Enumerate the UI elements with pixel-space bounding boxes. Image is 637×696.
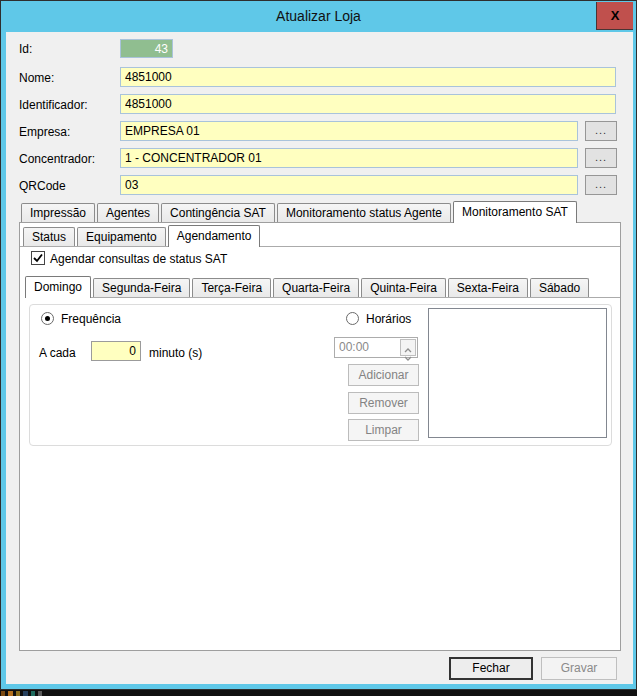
tab-monitoramento-sat[interactable]: Monitoramento SAT bbox=[453, 201, 577, 223]
gravar-button[interactable]: Gravar bbox=[541, 657, 617, 680]
empresa-input[interactable] bbox=[120, 121, 578, 141]
check-icon bbox=[33, 253, 43, 263]
spin-up-icon[interactable] bbox=[401, 340, 415, 347]
concentrador-browse-button[interactable]: ... bbox=[585, 148, 617, 168]
tab-segunda-feira[interactable]: Segunda-Feira bbox=[93, 278, 190, 297]
minutes-input[interactable] bbox=[91, 341, 141, 361]
time-spinner[interactable]: 00:00 bbox=[334, 337, 418, 358]
window-title: Atualizar Loja bbox=[276, 8, 361, 24]
nome-label: Nome: bbox=[19, 71, 54, 85]
id-label: Id: bbox=[19, 42, 32, 56]
tab-agendamento[interactable]: Agendamento bbox=[168, 225, 261, 247]
close-icon: X bbox=[611, 8, 620, 23]
tab-sexta-feira[interactable]: Sexta-Feira bbox=[448, 278, 528, 297]
tab-monitoramento-status-agente[interactable]: Monitoramento status Agente bbox=[277, 203, 451, 222]
title-bar[interactable]: Atualizar Loja bbox=[1, 1, 636, 31]
tab-quinta-feira[interactable]: Quinta-Feira bbox=[361, 278, 446, 297]
identificador-label: Identificador: bbox=[19, 98, 88, 112]
qrcode-browse-button[interactable]: ... bbox=[585, 175, 617, 195]
close-button[interactable]: X bbox=[596, 2, 633, 30]
empresa-browse-button[interactable]: ... bbox=[585, 121, 617, 141]
fechar-button[interactable]: Fechar bbox=[449, 657, 533, 680]
limpar-button[interactable]: Limpar bbox=[348, 419, 419, 441]
agendar-checkbox[interactable] bbox=[31, 251, 45, 265]
qrcode-label: QRCode bbox=[19, 179, 66, 193]
frequencia-radio[interactable] bbox=[41, 312, 54, 325]
tab-quarta-feira[interactable]: Quarta-Feira bbox=[273, 278, 359, 297]
tab-contingencia-sat[interactable]: Contingência SAT bbox=[161, 203, 275, 222]
tab-status[interactable]: Status bbox=[23, 227, 75, 246]
spin-down-icon[interactable] bbox=[401, 348, 415, 355]
concentrador-label: Concentrador: bbox=[19, 152, 95, 166]
tab-sabado[interactable]: Sábado bbox=[530, 278, 589, 297]
remover-button[interactable]: Remover bbox=[348, 392, 419, 414]
agendar-checkbox-label: Agendar consultas de status SAT bbox=[50, 252, 227, 266]
horarios-listbox[interactable] bbox=[428, 308, 607, 438]
tab-equipamento[interactable]: Equipamento bbox=[77, 227, 166, 246]
sub-tab-strip: Status Equipamento Agendamento bbox=[23, 225, 260, 246]
spin-buttons[interactable] bbox=[400, 339, 416, 356]
dialog-window: Atualizar Loja X Id: Nome: Identificador… bbox=[0, 0, 637, 690]
adicionar-button[interactable]: Adicionar bbox=[348, 364, 419, 386]
horarios-radio-label: Horários bbox=[366, 312, 411, 326]
empresa-label: Empresa: bbox=[19, 125, 70, 139]
sub-tab-baseline bbox=[20, 246, 620, 247]
qrcode-input[interactable] bbox=[120, 175, 578, 195]
horarios-radio[interactable] bbox=[346, 312, 359, 325]
concentrador-input[interactable] bbox=[120, 148, 578, 168]
tab-terca-feira[interactable]: Terça-Feira bbox=[192, 278, 271, 297]
frequencia-radio-label: Frequência bbox=[61, 312, 121, 326]
minutes-unit-label: minuto (s) bbox=[149, 346, 202, 360]
tab-impressao[interactable]: Impressão bbox=[21, 203, 95, 222]
dialog-client-area: Id: Nome: Identificador: Empresa: ... Co… bbox=[6, 32, 633, 684]
identificador-input[interactable] bbox=[120, 94, 616, 114]
tab-domingo[interactable]: Domingo bbox=[25, 276, 91, 298]
main-tab-strip: Impressão Agentes Contingência SAT Monit… bbox=[21, 201, 577, 222]
a-cada-label: A cada bbox=[39, 346, 76, 360]
id-field bbox=[120, 39, 173, 58]
time-value: 00:00 bbox=[339, 338, 369, 357]
day-tab-strip: Domingo Segunda-Feira Terça-Feira Quarta… bbox=[25, 275, 589, 297]
nome-input[interactable] bbox=[120, 67, 616, 87]
tab-agentes[interactable]: Agentes bbox=[97, 203, 159, 222]
day-tab-baseline bbox=[25, 297, 620, 298]
screen: Atualizar Loja X Id: Nome: Identificador… bbox=[0, 0, 637, 696]
